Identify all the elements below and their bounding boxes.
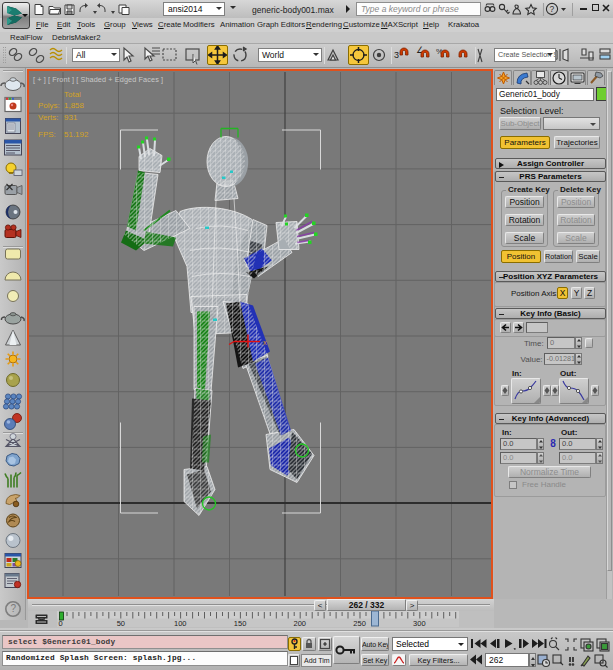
svg-text:200: 200 <box>294 619 307 628</box>
svg-text:?: ? <box>550 4 555 14</box>
svg-text:250: 250 <box>353 619 366 628</box>
svg-text:x: x <box>263 338 267 345</box>
svg-text:50: 50 <box>117 619 125 628</box>
svg-text:150: 150 <box>234 619 247 628</box>
svg-text:300: 300 <box>413 619 426 628</box>
svg-text:?: ? <box>10 603 16 614</box>
svg-text:0: 0 <box>59 619 63 628</box>
svg-text:3: 3 <box>394 50 399 60</box>
svg-text:100: 100 <box>174 619 187 628</box>
